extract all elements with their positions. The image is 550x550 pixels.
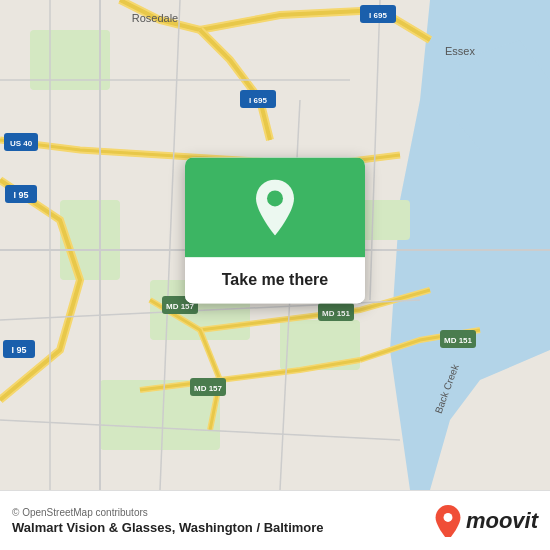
- location-pin-icon: [251, 179, 299, 235]
- svg-point-37: [267, 190, 283, 206]
- svg-text:MD 157: MD 157: [194, 384, 223, 393]
- svg-rect-1: [30, 30, 110, 90]
- svg-text:MD 157: MD 157: [166, 302, 195, 311]
- svg-text:I 95: I 95: [13, 190, 28, 200]
- bottom-left: © OpenStreetMap contributors Walmart Vis…: [12, 507, 324, 535]
- svg-text:I 695: I 695: [369, 11, 387, 20]
- svg-text:US 40: US 40: [10, 139, 33, 148]
- svg-text:MD 151: MD 151: [322, 309, 351, 318]
- svg-text:Rosedale: Rosedale: [132, 12, 178, 24]
- moovit-logo[interactable]: moovit: [434, 505, 538, 537]
- popup-card: Take me there: [185, 157, 365, 303]
- svg-text:MD 151: MD 151: [444, 336, 473, 345]
- place-name: Walmart Vision & Glasses, Washington / B…: [12, 520, 324, 535]
- attribution: © OpenStreetMap contributors: [12, 507, 324, 518]
- moovit-text: moovit: [466, 508, 538, 534]
- svg-point-38: [443, 513, 452, 522]
- bottom-bar: © OpenStreetMap contributors Walmart Vis…: [0, 490, 550, 550]
- moovit-pin-icon: [434, 505, 462, 537]
- popup-green-area: [185, 157, 365, 257]
- take-me-there-button[interactable]: Take me there: [185, 257, 365, 303]
- svg-text:Essex: Essex: [445, 45, 475, 57]
- svg-text:I 95: I 95: [11, 345, 26, 355]
- map-container: I 95 I 95 I 695 I 695 US 40 MD 151 MD 15…: [0, 0, 550, 490]
- svg-text:I 695: I 695: [249, 96, 267, 105]
